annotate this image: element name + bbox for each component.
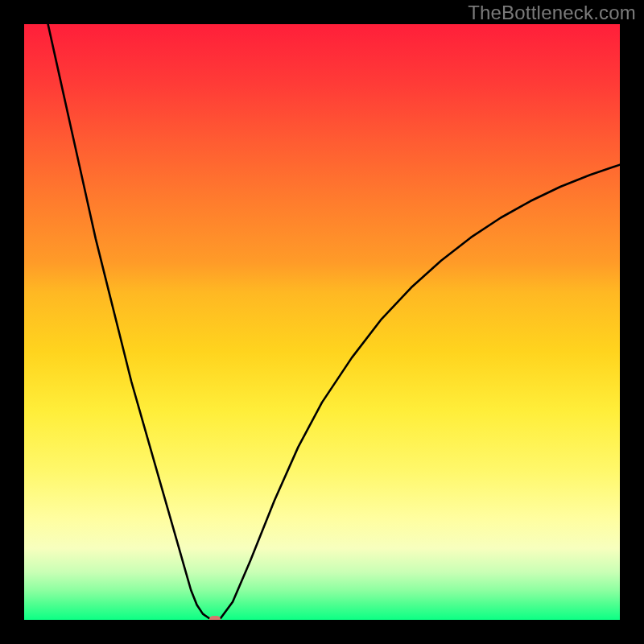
chart-frame: TheBottleneck.com (0, 0, 644, 644)
watermark-text: TheBottleneck.com (468, 2, 636, 24)
optimal-point-marker (209, 616, 221, 620)
bottleneck-curve (48, 24, 620, 620)
plot-area (24, 24, 620, 620)
curve-svg (24, 24, 620, 620)
